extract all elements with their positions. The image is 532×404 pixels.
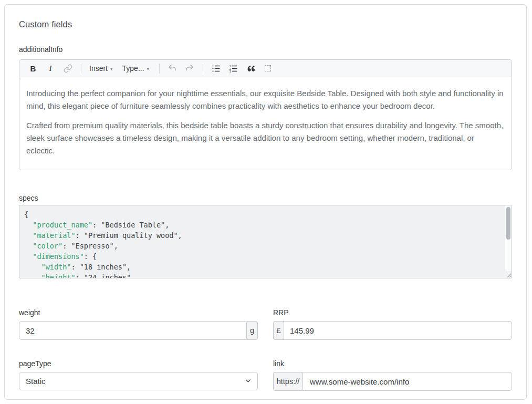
- code-scrollbar-thumb[interactable]: [506, 207, 510, 240]
- rrp-label: RRP: [273, 308, 512, 317]
- field-specs: specs { "product_name": "Bedside Table",…: [19, 194, 512, 278]
- bold-icon: B: [30, 64, 36, 73]
- code-scrollbar[interactable]: [505, 205, 512, 278]
- editor-paragraph: Crafted from premium quality materials, …: [26, 119, 505, 157]
- toolbar-divider: [81, 64, 81, 74]
- pagetype-select[interactable]: Static: [19, 372, 258, 390]
- italic-button[interactable]: I: [45, 62, 56, 75]
- link-icon: [64, 64, 72, 73]
- select-parent-node-button[interactable]: [262, 62, 274, 75]
- rrp-input[interactable]: [273, 321, 512, 340]
- resize-handle[interactable]: [505, 271, 512, 278]
- italic-icon: I: [49, 64, 52, 73]
- blockquote-icon: [247, 65, 255, 72]
- weight-input[interactable]: [19, 321, 258, 340]
- specs-code-editor[interactable]: { "product_name": "Bedside Table", "mate…: [19, 205, 512, 278]
- code-line: "width": "18 inches",: [24, 262, 500, 272]
- field-link: link https://: [273, 359, 512, 391]
- bold-button[interactable]: B: [27, 62, 39, 75]
- pagetype-select-wrap: Static: [19, 372, 258, 390]
- caret-down-icon: ▾: [147, 66, 150, 71]
- editor-paragraph: Introducing the perfect companion for yo…: [26, 87, 505, 112]
- rte-content[interactable]: Introducing the perfect companion for yo…: [19, 77, 512, 170]
- field-additionalInfo: additionalInfo B I Insert ▾ Type... ▾: [19, 45, 512, 170]
- link-input-group: https://: [273, 372, 512, 391]
- link-label: link: [273, 359, 512, 368]
- toolbar-divider: [203, 64, 203, 74]
- specs-label: specs: [19, 194, 512, 202]
- rrp-input-group: £: [273, 321, 512, 340]
- rte-toolbar: B I Insert ▾ Type... ▾: [19, 60, 512, 77]
- code-line: "color": "Espresso",: [24, 241, 500, 251]
- ordered-list-icon: 123: [229, 64, 238, 73]
- type-dropdown-label: Type...: [122, 64, 144, 72]
- caret-down-icon: ▾: [110, 66, 113, 71]
- field-weight: weight g: [19, 308, 258, 340]
- code-line: "product_name": "Bedside Table",: [24, 220, 500, 230]
- rrp-currency-addon: £: [273, 321, 284, 340]
- undo-button[interactable]: [166, 62, 178, 75]
- code-line: "dimensions": {: [24, 251, 500, 262]
- dashed-square-icon: [265, 65, 271, 71]
- specs-code[interactable]: { "product_name": "Bedside Table", "mate…: [19, 205, 512, 278]
- toolbar-divider: [159, 64, 160, 74]
- link-button[interactable]: [62, 62, 74, 75]
- ordered-list-button[interactable]: 123: [227, 62, 239, 75]
- link-protocol-addon: https://: [273, 372, 303, 391]
- insert-dropdown-label: Insert: [89, 64, 108, 72]
- redo-button[interactable]: [184, 62, 195, 75]
- custom-fields-card: Custom fields additionalInfo B I Insert …: [4, 4, 527, 400]
- bullet-list-icon: [212, 64, 221, 73]
- bullet-list-button[interactable]: [210, 62, 222, 75]
- pagetype-label: pageType: [19, 359, 258, 368]
- additionalinfo-label: additionalInfo: [19, 45, 512, 54]
- weight-unit-addon: g: [246, 321, 258, 340]
- insert-dropdown[interactable]: Insert ▾: [88, 62, 114, 75]
- page-title: Custom fields: [19, 19, 512, 29]
- type-dropdown[interactable]: Type... ▾: [121, 62, 151, 75]
- undo-icon: [168, 64, 177, 73]
- row-pagetype-link: pageType Static link https://: [19, 359, 512, 391]
- code-line: "material": "Premium quality wood",: [24, 230, 500, 241]
- link-input[interactable]: [273, 372, 512, 391]
- field-pagetype: pageType Static: [19, 359, 258, 391]
- resize-grip-icon: [506, 273, 512, 278]
- code-line: {: [24, 209, 500, 220]
- rich-text-editor: B I Insert ▾ Type... ▾: [19, 59, 512, 170]
- svg-text:3: 3: [229, 69, 231, 72]
- blockquote-button[interactable]: [245, 62, 256, 75]
- weight-input-group: g: [19, 321, 258, 340]
- code-line: "height": "24 inches": [24, 272, 500, 278]
- redo-icon: [185, 64, 194, 73]
- field-rrp: RRP £: [273, 308, 512, 340]
- row-weight-rrp: weight g RRP £: [19, 308, 512, 340]
- weight-label: weight: [19, 308, 258, 317]
